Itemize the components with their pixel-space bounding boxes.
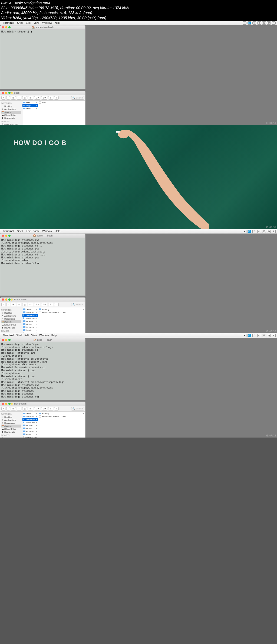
action-button[interactable]: ⚙▾ bbox=[41, 407, 47, 410]
sidebar-item-student[interactable]: 🏠student bbox=[1, 425, 21, 428]
close-icon[interactable] bbox=[2, 339, 4, 341]
menu-help[interactable]: Help bbox=[51, 334, 57, 337]
tags-button[interactable]: ○ bbox=[54, 96, 59, 100]
status-icon[interactable]: ◧ bbox=[248, 230, 251, 233]
status-icon[interactable]: ♡ bbox=[252, 230, 256, 233]
view-cover-button[interactable]: ▭ bbox=[28, 96, 33, 100]
share-button[interactable]: ⇧ bbox=[48, 303, 53, 306]
status-icon[interactable]: ≡ bbox=[272, 230, 276, 233]
minimize-icon[interactable] bbox=[5, 403, 7, 405]
view-cover-button[interactable]: ▭ bbox=[28, 407, 33, 410]
menu-terminal[interactable]: Terminal bbox=[3, 21, 14, 24]
status-icon[interactable]: Q bbox=[267, 21, 271, 25]
status-icon[interactable]: ◇ bbox=[257, 230, 261, 233]
finder-titlebar[interactable]: 📁 Documents bbox=[0, 402, 85, 406]
menu-window[interactable]: Window bbox=[39, 334, 49, 337]
folder-row[interactable]: Downloads▸ bbox=[22, 317, 38, 320]
sidebar-item-macintoshhd[interactable]: ⊡Macintosh HD bbox=[1, 437, 21, 438]
minimize-icon[interactable] bbox=[5, 92, 7, 94]
status-icon[interactable]: ◧ bbox=[248, 21, 251, 25]
view-cover-button[interactable]: ▭ bbox=[28, 303, 33, 306]
view-icon-button[interactable]: ⊞ bbox=[11, 96, 16, 100]
finder-titlebar[interactable]: 📁 Documents bbox=[0, 298, 85, 302]
search-input[interactable]: 🔍 Search bbox=[71, 96, 84, 100]
status-icon[interactable]: ▸ bbox=[243, 21, 246, 25]
menu-view[interactable]: View bbox=[34, 230, 39, 233]
back-button[interactable]: ‹ bbox=[1, 96, 5, 100]
folder-row[interactable]: dogs▸ bbox=[22, 104, 38, 107]
finder-titlebar[interactable]: 📁 dogs bbox=[0, 91, 85, 95]
menu-view[interactable]: View bbox=[34, 21, 39, 24]
menu-window[interactable]: Window bbox=[42, 21, 52, 24]
folder-row[interactable]: Public▸ bbox=[22, 433, 38, 436]
sidebar-item-desktop[interactable]: ⌂Desktop bbox=[1, 311, 21, 314]
search-input[interactable]: 🔍 Search bbox=[71, 407, 84, 410]
close-icon[interactable] bbox=[2, 26, 4, 28]
view-list-button[interactable]: ≡ bbox=[17, 303, 21, 306]
folder-row[interactable]: Desktop▸ bbox=[22, 415, 38, 418]
sidebar-item-documents[interactable]: ⎙Documents bbox=[1, 422, 21, 425]
menu-shell[interactable]: Shell bbox=[17, 21, 23, 24]
sidebar-item-icloud[interactable]: ☁iCloud Drive bbox=[1, 114, 21, 117]
maximize-icon[interactable] bbox=[8, 235, 11, 237]
maximize-icon[interactable] bbox=[8, 26, 11, 28]
minimize-icon[interactable] bbox=[5, 298, 7, 301]
sidebar-item-applications[interactable]: AApplications bbox=[1, 108, 21, 111]
folder-row[interactable]: cats▸ bbox=[22, 101, 38, 104]
sidebar-item-downloads[interactable]: ⬇Downloads bbox=[1, 326, 21, 329]
sidebar-item-documents[interactable]: ⎙Documents bbox=[1, 317, 21, 320]
close-icon[interactable] bbox=[2, 298, 4, 301]
sidebar-item-applications[interactable]: AApplications bbox=[1, 314, 21, 317]
terminal-titlebar[interactable]: 🏠 student — -bash bbox=[0, 25, 85, 30]
menu-shell[interactable]: Shell bbox=[16, 334, 22, 337]
status-icon[interactable]: ⊞ bbox=[262, 21, 266, 25]
terminal-body[interactable]: Mac-mini:dogs student$ pwd /Users/studen… bbox=[0, 342, 85, 400]
search-input[interactable]: 🔍 Search bbox=[71, 303, 84, 306]
status-icon[interactable]: Q bbox=[267, 334, 271, 337]
sidebar-item-downloads[interactable]: ⬇Downloads bbox=[1, 117, 21, 120]
tags-button[interactable]: ○ bbox=[54, 303, 59, 306]
status-icon[interactable]: ♡ bbox=[252, 21, 256, 25]
sidebar-item-applications[interactable]: AApplications bbox=[1, 419, 21, 422]
status-icon[interactable]: ⊞ bbox=[262, 230, 266, 233]
folder-row[interactable]: Pictures▸ bbox=[22, 326, 38, 329]
view-icon-button[interactable]: ⊞ bbox=[11, 407, 16, 410]
view-list-button[interactable]: ≡ bbox=[17, 96, 21, 100]
sidebar-item-student[interactable]: 🏠student bbox=[1, 320, 21, 323]
status-icon[interactable]: ≡ bbox=[272, 21, 276, 25]
folder-row[interactable]: Downloads▸ bbox=[22, 421, 38, 424]
view-column-button[interactable]: ||| bbox=[22, 303, 27, 306]
file-row[interactable]: inky bbox=[38, 101, 85, 104]
sidebar-item-icloud[interactable]: ☁iCloud Drive bbox=[1, 428, 21, 431]
arrange-button[interactable]: ⊡▾ bbox=[34, 96, 40, 100]
view-list-button[interactable]: ≡ bbox=[17, 407, 21, 410]
folder-row[interactable]: Desktop▸ bbox=[22, 311, 38, 314]
minimize-icon[interactable] bbox=[5, 339, 7, 341]
menu-help[interactable]: Help bbox=[55, 21, 60, 24]
menu-terminal[interactable]: Terminal bbox=[3, 230, 14, 233]
folder-row[interactable]: Movies▸ bbox=[22, 424, 38, 427]
menu-help[interactable]: Help bbox=[55, 230, 60, 233]
close-icon[interactable] bbox=[2, 403, 4, 405]
folder-row[interactable]: learning▸ bbox=[38, 412, 85, 415]
forward-button[interactable]: › bbox=[6, 303, 10, 306]
arrange-button[interactable]: ⊡▾ bbox=[34, 407, 40, 410]
folder-row[interactable]: Public▸ bbox=[22, 329, 38, 332]
maximize-icon[interactable] bbox=[8, 92, 11, 94]
terminal-titlebar[interactable]: 🏠 dogs — -bash bbox=[0, 338, 85, 342]
folder-row[interactable]: Music▸ bbox=[22, 323, 38, 326]
maximize-icon[interactable] bbox=[8, 298, 11, 301]
sidebar-item-icloud[interactable]: ☁iCloud Drive bbox=[1, 323, 21, 326]
folder-row[interactable]: Music▸ bbox=[22, 427, 38, 430]
status-icon[interactable]: ▸ bbox=[243, 230, 246, 233]
folder-row[interactable]: demo▸ bbox=[22, 308, 38, 311]
folder-row[interactable]: demo▸ bbox=[22, 412, 38, 415]
folder-row[interactable]: learning▸ bbox=[38, 308, 85, 311]
status-icon[interactable]: ◧ bbox=[248, 334, 251, 337]
menu-edit[interactable]: Edit bbox=[24, 334, 29, 337]
status-icon[interactable]: ≡ bbox=[272, 334, 276, 337]
menu-shell[interactable]: Shell bbox=[17, 230, 23, 233]
folder-row[interactable]: Movies▸ bbox=[22, 320, 38, 323]
file-row[interactable]: whiteboard-800x600.pxm bbox=[38, 415, 85, 418]
terminal-body[interactable]: Mac-mini:~ student$ ▮ bbox=[0, 30, 85, 89]
